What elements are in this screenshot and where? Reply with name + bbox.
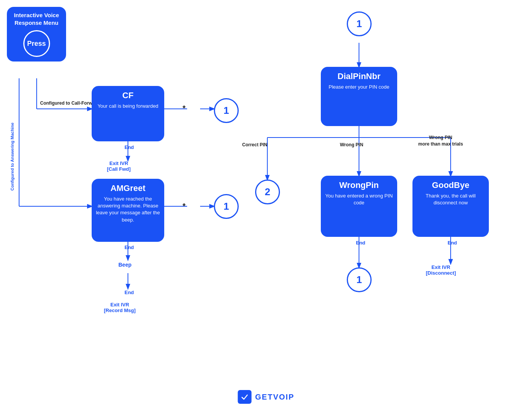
dial-pin-body: Please enter your PIN code xyxy=(321,84,397,95)
footer: GETVOIP xyxy=(238,390,294,404)
cf-body: Your call is being forwarded xyxy=(92,103,164,114)
am-body: You have reached the answering machine. … xyxy=(92,196,164,228)
am-title: AMGreet xyxy=(92,179,164,196)
end-label-cf: End xyxy=(125,144,134,150)
label-configured-am: Configured to Answering Machine xyxy=(10,115,15,199)
ivr-menu-box: Interactive Voice Response Menu Press xyxy=(7,7,66,62)
end-label-am2: End xyxy=(125,290,134,295)
node-dial-pin: DialPinNbr Please enter your PIN code xyxy=(321,67,397,126)
end-label-am1: End xyxy=(125,244,134,250)
exit-disconnect: Exit IVR[Disconnect] xyxy=(426,264,456,276)
node-wrong-pin: WrongPin You have entered a wrong PIN co… xyxy=(321,176,397,237)
circle-2: 2 xyxy=(255,180,280,204)
footer-logo xyxy=(238,390,251,404)
cf-title: CF xyxy=(92,86,164,103)
node-cf: CF Your call is being forwarded xyxy=(92,86,164,141)
correct-pin-label: Correct PIN xyxy=(242,142,267,147)
star-cf: * xyxy=(183,104,186,113)
wrong-pin-body: You have entered a wrong PIN code xyxy=(321,193,397,211)
node-goodbye: GoodBye Thank you, the call will disconn… xyxy=(412,176,489,237)
diagram-container: Interactive Voice Response Menu Press Co… xyxy=(0,0,532,416)
circle-1-wrong-pin-bottom: 1 xyxy=(347,267,372,292)
circle-1-cf: 1 xyxy=(214,98,239,123)
exit-am: Exit IVR[Record Msg] xyxy=(104,302,136,313)
circle-1-top-right: 1 xyxy=(347,11,372,36)
footer-brand: GETVOIP xyxy=(255,393,294,401)
circle-1-am: 1 xyxy=(214,194,239,219)
wrong-pin-label: Wrong PIN xyxy=(340,142,363,147)
end-goodbye: End xyxy=(448,240,457,246)
node-am-greet: AMGreet You have reached the answering m… xyxy=(92,179,164,242)
exit-cf: Exit IVR[Call Fwd] xyxy=(107,160,131,172)
star-am: * xyxy=(183,202,186,210)
goodbye-title: GoodBye xyxy=(412,176,489,193)
wrong-pin-title: WrongPin xyxy=(321,176,397,193)
goodbye-body: Thank you, the call will disconnect now xyxy=(412,193,489,211)
end-wrong-pin: End xyxy=(356,240,365,246)
label-configured-cf: Configured to Call-Forward xyxy=(40,100,99,106)
beep-label: Beep xyxy=(118,262,131,268)
dial-pin-title: DialPinNbr xyxy=(321,67,397,84)
press-circle: Press xyxy=(23,30,50,57)
wrong-pin-max-label: Wrong PINmore than max trials xyxy=(418,134,463,147)
ivr-menu-title: Interactive Voice Response Menu xyxy=(12,11,61,26)
